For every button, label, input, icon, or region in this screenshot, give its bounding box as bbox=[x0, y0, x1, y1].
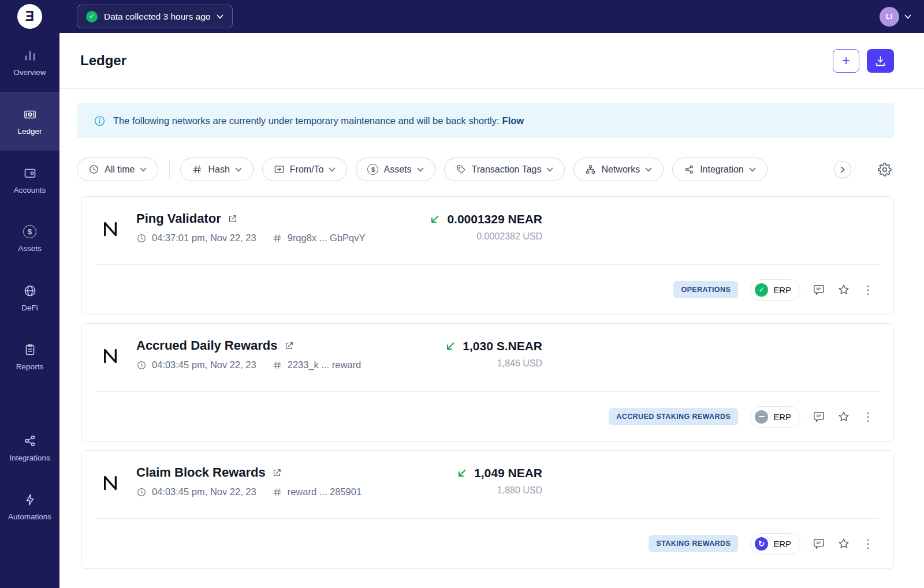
incoming-arrow-icon bbox=[445, 340, 456, 352]
clock-icon bbox=[136, 360, 147, 370]
filter-bar: All time Hash From/To $ Assets Tra bbox=[77, 158, 894, 181]
transaction-tag-badge[interactable]: STAKING REWARDS bbox=[649, 535, 738, 552]
filter-integration[interactable]: Integration bbox=[672, 158, 767, 181]
sidebar-item-automations[interactable]: Automations bbox=[0, 477, 59, 536]
info-icon bbox=[94, 115, 106, 127]
gear-icon bbox=[878, 163, 892, 177]
near-network-icon bbox=[102, 220, 119, 238]
scroll-filters-right-button[interactable] bbox=[834, 161, 851, 178]
favorite-star-button[interactable] bbox=[837, 410, 850, 423]
transaction-title: Ping Validator bbox=[136, 211, 221, 226]
external-link-icon[interactable] bbox=[272, 468, 282, 478]
page-title: Ledger bbox=[80, 53, 126, 69]
chevron-down-icon bbox=[904, 14, 911, 19]
sidebar-item-assets[interactable]: $ Assets bbox=[0, 209, 59, 268]
main-content: Ledger + The following networks are curr… bbox=[59, 33, 924, 588]
dollar-circle-icon: $ bbox=[367, 164, 378, 175]
transaction-actions: OPERATIONS ✓ ERP ⋮ bbox=[96, 265, 871, 314]
comment-button[interactable] bbox=[813, 410, 825, 423]
transaction-actions: STAKING REWARDS ↻ ERP ⋮ bbox=[96, 519, 871, 568]
transaction-hash[interactable]: 2233_k ... reward bbox=[272, 359, 362, 370]
more-options-button[interactable]: ⋮ bbox=[862, 538, 871, 549]
filter-hash[interactable]: Hash bbox=[180, 158, 253, 181]
transaction-usd-value: 1,880 USD bbox=[456, 485, 542, 496]
brand-logo-icon: Ǝ bbox=[17, 4, 42, 29]
sidebar-item-ledger[interactable]: Ledger bbox=[0, 92, 59, 151]
erp-status-pill[interactable]: ↻ ERP bbox=[750, 533, 800, 555]
transaction-hash[interactable]: 9rqg8x ... GbPqvY bbox=[272, 233, 366, 244]
chevron-right-icon bbox=[840, 166, 845, 173]
sidebar-item-accounts[interactable]: Accounts bbox=[0, 151, 59, 209]
more-options-button[interactable]: ⋮ bbox=[862, 411, 871, 422]
erp-label: ERP bbox=[773, 412, 791, 422]
clock-icon bbox=[136, 487, 147, 497]
near-network-icon bbox=[102, 474, 119, 492]
app-logo[interactable]: Ǝ bbox=[0, 4, 59, 29]
sidebar: Overview Ledger Accounts $ Assets DeFi R… bbox=[0, 33, 59, 588]
filter-time-range[interactable]: All time bbox=[77, 158, 158, 181]
transaction-title: Claim Block Rewards bbox=[136, 465, 266, 480]
hash-icon bbox=[272, 233, 282, 244]
sidebar-item-overview[interactable]: Overview bbox=[0, 33, 59, 92]
clock-icon bbox=[136, 233, 147, 244]
transaction-card: Accrued Daily Rewards 04:03:45 pm, Nov 2… bbox=[81, 323, 894, 442]
near-network-icon bbox=[102, 347, 119, 365]
hash-icon bbox=[272, 487, 282, 497]
favorite-star-button[interactable] bbox=[837, 283, 850, 296]
download-icon bbox=[874, 55, 886, 67]
more-options-button[interactable]: ⋮ bbox=[862, 284, 871, 295]
transaction-amount-block: 1,030 S.NEAR 1,846 USD bbox=[445, 339, 542, 369]
comment-icon bbox=[813, 410, 825, 423]
from-to-icon bbox=[274, 164, 285, 175]
hash-icon bbox=[192, 164, 203, 175]
sidebar-item-label: Automations bbox=[8, 512, 51, 521]
add-transaction-button[interactable]: + bbox=[833, 49, 859, 73]
filter-label: Integration bbox=[700, 164, 744, 175]
star-icon bbox=[837, 537, 850, 550]
incoming-arrow-icon bbox=[456, 467, 468, 479]
filter-label: All time bbox=[105, 164, 135, 175]
sidebar-item-label: Ledger bbox=[17, 127, 42, 136]
clock-icon bbox=[88, 164, 99, 175]
chevron-down-icon bbox=[417, 167, 424, 172]
filter-from-to[interactable]: From/To bbox=[262, 158, 348, 181]
erp-status-pill[interactable]: ERP bbox=[750, 406, 800, 428]
header-actions: + bbox=[833, 49, 894, 73]
accounts-icon bbox=[23, 166, 37, 180]
transaction-hash[interactable]: reward ... 285901 bbox=[272, 486, 362, 497]
filter-settings-button[interactable] bbox=[875, 160, 894, 179]
ledger-icon bbox=[23, 107, 37, 121]
comment-button[interactable] bbox=[813, 283, 825, 296]
sidebar-item-label: Reports bbox=[16, 362, 43, 371]
filter-networks[interactable]: Networks bbox=[573, 158, 664, 181]
transaction-list: Ping Validator 04:37:01 pm, Nov 22, 23 9 bbox=[81, 196, 894, 569]
filter-label: Transaction Tags bbox=[472, 164, 542, 175]
chevron-down-icon bbox=[329, 167, 336, 172]
plus-icon: + bbox=[842, 54, 850, 68]
sidebar-item-defi[interactable]: DeFi bbox=[0, 268, 59, 327]
sidebar-item-label: DeFi bbox=[21, 304, 38, 312]
banner-message: The following networks are currently und… bbox=[113, 115, 524, 126]
transaction-tag-badge[interactable]: ACCRUED STAKING REWARDS bbox=[609, 408, 738, 425]
external-link-icon[interactable] bbox=[228, 214, 237, 224]
user-menu[interactable]: LI bbox=[880, 7, 911, 27]
export-download-button[interactable] bbox=[867, 49, 894, 73]
favorite-star-button[interactable] bbox=[837, 537, 850, 550]
erp-label: ERP bbox=[773, 285, 791, 295]
check-circle-icon: ✓ bbox=[86, 11, 98, 23]
filter-transaction-tags[interactable]: Transaction Tags bbox=[444, 158, 565, 181]
tag-icon bbox=[456, 164, 467, 175]
erp-status-pill[interactable]: ✓ ERP bbox=[750, 279, 800, 301]
filter-label: Hash bbox=[208, 164, 229, 175]
transaction-tag-badge[interactable]: OPERATIONS bbox=[673, 281, 738, 298]
transaction-amount: 0.0001329 NEAR bbox=[447, 212, 542, 226]
filter-assets[interactable]: $ Assets bbox=[356, 158, 435, 181]
sidebar-item-integrations[interactable]: Integrations bbox=[0, 418, 59, 477]
transaction-time: 04:03:45 pm, Nov 22, 23 bbox=[136, 486, 256, 497]
sidebar-item-reports[interactable]: Reports bbox=[0, 327, 59, 386]
data-collected-dropdown[interactable]: ✓ Data collected 3 hours ago bbox=[77, 5, 233, 28]
filter-pill-scroller: Hash From/To $ Assets Transaction Tags N… bbox=[180, 158, 852, 181]
comment-button[interactable] bbox=[813, 537, 825, 550]
external-link-icon[interactable] bbox=[284, 341, 294, 351]
globe-icon bbox=[23, 284, 37, 298]
